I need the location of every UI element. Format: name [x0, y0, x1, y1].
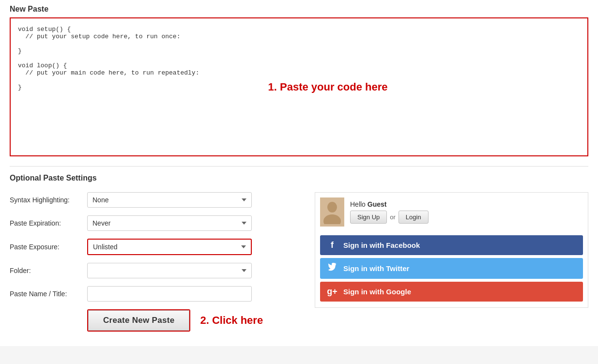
- exposure-select[interactable]: Public Unlisted Private: [87, 239, 252, 255]
- settings-right: Hello Guest Sign Up or Login f: [315, 192, 588, 308]
- syntax-select[interactable]: None Text C C++ Python JavaScript: [87, 192, 252, 208]
- facebook-label: Sign in with Facebook: [343, 241, 420, 249]
- syntax-label: Syntax Highlighting:: [10, 196, 87, 204]
- user-greeting: Hello Guest: [350, 200, 429, 208]
- name-label: Paste Name / Title:: [10, 290, 87, 298]
- code-editor[interactable]: [11, 18, 587, 154]
- exposure-row: Paste Exposure: Public Unlisted Private: [10, 239, 300, 255]
- avatar: [320, 197, 344, 227]
- name-row: Paste Name / Title:: [10, 286, 300, 302]
- code-editor-wrapper: 1. Paste your code here: [10, 17, 588, 156]
- click-hint-text: 2. Click here: [200, 314, 263, 327]
- svg-point-1: [323, 214, 341, 224]
- google-signin-button[interactable]: g+ Sign in with Google: [320, 282, 583, 302]
- expiration-label: Paste Expiration:: [10, 219, 87, 227]
- user-panel: Hello Guest Sign Up or Login f: [315, 192, 588, 308]
- signup-button[interactable]: Sign Up: [350, 211, 387, 224]
- create-btn-wrapper: Create New Paste: [87, 309, 190, 332]
- new-paste-section: New Paste 1. Paste your code here: [10, 5, 588, 156]
- folder-row: Folder:: [10, 263, 300, 278]
- twitter-icon: [327, 263, 337, 274]
- folder-label: Folder:: [10, 267, 87, 274]
- expiration-row: Paste Expiration: Never 10 Minutes 1 Hou…: [10, 215, 300, 231]
- syntax-row: Syntax Highlighting: None Text C C++ Pyt…: [10, 192, 300, 208]
- twitter-label: Sign in with Twitter: [343, 264, 409, 273]
- facebook-signin-button[interactable]: f Sign in with Facebook: [320, 235, 583, 255]
- create-new-paste-button[interactable]: Create New Paste: [88, 310, 189, 331]
- social-buttons: f Sign in with Facebook Sign in with Twi…: [315, 231, 588, 307]
- new-paste-title: New Paste: [10, 5, 588, 14]
- username-text: Guest: [368, 200, 387, 208]
- name-input[interactable]: [87, 286, 252, 302]
- page-wrapper: New Paste 1. Paste your code here Option…: [0, 0, 598, 346]
- user-info: Hello Guest Sign Up or Login: [350, 200, 429, 224]
- expiration-select[interactable]: Never 10 Minutes 1 Hour 1 Day 1 Week: [87, 215, 252, 231]
- google-label: Sign in with Google: [343, 288, 411, 296]
- settings-left: Syntax Highlighting: None Text C C++ Pyt…: [10, 192, 300, 332]
- or-text: or: [390, 213, 396, 221]
- user-actions: Sign Up or Login: [350, 211, 429, 224]
- create-btn-row: Create New Paste 2. Click here: [10, 309, 300, 332]
- twitter-signin-button[interactable]: Sign in with Twitter: [320, 258, 583, 279]
- user-hello-row: Hello Guest Sign Up or Login: [315, 193, 588, 231]
- svg-point-0: [327, 202, 337, 212]
- exposure-label: Paste Exposure:: [10, 243, 87, 251]
- facebook-icon: f: [327, 240, 337, 250]
- login-button[interactable]: Login: [399, 211, 429, 224]
- settings-layout: Syntax Highlighting: None Text C C++ Pyt…: [10, 192, 588, 332]
- optional-settings-section: Optional Paste Settings Syntax Highlight…: [10, 166, 588, 332]
- greeting-text: Hello: [350, 200, 368, 208]
- folder-select[interactable]: [87, 263, 252, 278]
- optional-settings-title: Optional Paste Settings: [10, 166, 588, 182]
- google-icon: g+: [327, 287, 337, 297]
